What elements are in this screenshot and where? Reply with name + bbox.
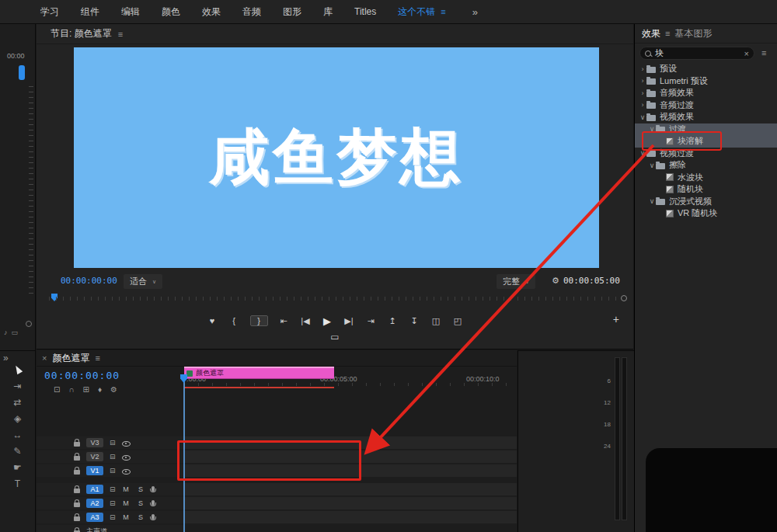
linked-selection-icon[interactable]: ⊞ (83, 385, 89, 394)
hand-tool[interactable]: ☛ (10, 461, 26, 473)
track-select-forward-tool[interactable]: ⇥ (10, 380, 26, 391)
timeline-clip-color-matte[interactable]: 颜色遮罩 (184, 367, 334, 379)
sync-lock-icon[interactable]: ⊟ (110, 513, 116, 521)
clear-search-icon[interactable]: × (744, 49, 749, 58)
program-monitor-scrubber[interactable] (49, 294, 621, 303)
tab-essential-graphics[interactable]: 基本图形 (674, 27, 712, 40)
track-lane-a3[interactable] (184, 511, 517, 523)
extract-button[interactable]: ↧ (409, 316, 420, 326)
drag-audio-icon[interactable]: ♪ (4, 329, 8, 336)
toggle-track-output-eye-icon[interactable] (122, 439, 131, 447)
track-badge-a3[interactable]: A3 (86, 513, 103, 522)
track-lane-v3[interactable] (184, 436, 517, 449)
go-to-out-button[interactable]: ⇥ (365, 316, 377, 326)
program-monitor-title[interactable]: 节目: 颜色遮罩 (51, 27, 112, 40)
drag-video-icon[interactable]: ▭ (12, 329, 19, 336)
workspace-menu-icon[interactable]: ≡ (441, 7, 445, 16)
button-editor-plus-icon[interactable]: + (613, 313, 619, 325)
track-badge-v1[interactable]: V1 (86, 466, 103, 475)
solo-button[interactable]: S (137, 485, 145, 493)
chevron-down-icon[interactable]: ∨ (648, 125, 656, 133)
panel-menu-icon[interactable]: ≡ (118, 30, 123, 39)
menu-item-learn[interactable]: 学习 (30, 5, 70, 19)
tab-effects[interactable]: 效果 (642, 27, 660, 40)
menu-item-audio[interactable]: 音频 (232, 5, 272, 19)
panel-menu-icon[interactable]: ≡ (95, 353, 99, 363)
tree-item-immersive-video-folder[interactable]: ∨ 沉浸式视频 (635, 196, 777, 208)
menu-item-color[interactable]: 颜色 (151, 5, 191, 19)
chevron-right-icon[interactable]: › (639, 101, 646, 109)
tree-item-wipe-folder[interactable]: ∨ 擦除 (635, 159, 777, 172)
track-lane-a1[interactable] (184, 483, 517, 495)
new-custom-bin-icon[interactable]: ≡ (761, 48, 766, 57)
panel-menu-icon[interactable]: ≡ (665, 29, 670, 38)
tree-item-video-transitions[interactable]: ∨ 视频过渡 (635, 148, 777, 160)
track-lock-icon[interactable] (74, 470, 80, 475)
mark-out-button[interactable]: } (250, 315, 268, 326)
sync-lock-icon[interactable]: ⊟ (110, 467, 116, 475)
mute-button[interactable]: M (122, 485, 131, 493)
menu-overflow-icon[interactable]: » (472, 6, 478, 18)
go-to-in-button[interactable]: ⇤ (278, 316, 290, 326)
track-lock-icon[interactable] (74, 456, 80, 461)
timeline-timecode[interactable]: 00:00:00:00 (44, 370, 120, 381)
step-back-button[interactable]: |◀ (300, 316, 312, 326)
playhead-timecode[interactable]: 00:00:00:00 (61, 276, 117, 286)
track-lane-a2[interactable] (184, 497, 517, 509)
chevron-right-icon[interactable]: › (639, 65, 646, 73)
mute-button[interactable]: M (122, 513, 131, 521)
track-lock-icon[interactable] (74, 502, 80, 507)
snap-icon[interactable]: ∩ (68, 385, 74, 394)
voice-over-record-mic-icon[interactable] (152, 500, 155, 506)
menu-item-titles[interactable]: Titles (343, 6, 387, 17)
sync-lock-icon[interactable]: ⊟ (110, 439, 116, 447)
toggle-track-output-eye-icon[interactable] (122, 453, 131, 461)
sync-lock-icon[interactable]: ⊟ (110, 499, 116, 507)
add-marker-icon[interactable]: ♦ (98, 385, 102, 394)
track-badge-a2[interactable]: A2 (86, 499, 103, 508)
menu-item-graphics[interactable]: 图形 (272, 5, 312, 19)
razor-tool[interactable]: ◈ (10, 412, 26, 424)
menu-item-libraries[interactable]: 库 (312, 5, 343, 19)
sync-lock-icon[interactable]: ⊟ (110, 453, 116, 461)
menu-item-custom-workspace[interactable]: 这个不错 ≡ (387, 5, 456, 19)
sync-lock-icon[interactable]: ⊟ (110, 485, 116, 493)
tree-item-audio-transitions[interactable]: › 音频过渡 (635, 99, 777, 112)
lift-button[interactable]: ↥ (387, 316, 399, 326)
menu-item-assembly[interactable]: 组件 (70, 5, 110, 19)
pen-tool[interactable]: ✎ (10, 445, 26, 457)
play-button[interactable]: ▶ (322, 315, 333, 327)
solo-button[interactable]: S (137, 499, 145, 507)
chevron-down-icon[interactable]: ∨ (639, 113, 646, 121)
selection-tool[interactable] (10, 363, 26, 375)
comparison-view-button[interactable]: ◰ (452, 316, 464, 326)
track-lock-icon[interactable] (74, 489, 80, 493)
playback-resolution-dropdown[interactable]: 完整 ∨ (497, 274, 535, 289)
tree-item-vr-random-block[interactable]: VR 随机块 (635, 207, 777, 220)
menu-item-editing[interactable]: 编辑 (110, 5, 151, 19)
effects-search-input[interactable]: 块 × (639, 47, 754, 60)
monitor-settings-button[interactable]: ▭ (330, 332, 339, 342)
track-lane-v1[interactable] (184, 464, 517, 477)
voice-over-record-mic-icon[interactable] (152, 486, 155, 492)
scrubber-end-knob[interactable] (621, 295, 627, 301)
nest-icon[interactable]: ⊡ (54, 385, 60, 394)
mark-in-button[interactable]: { (228, 316, 240, 325)
tree-item-video-effects[interactable]: ∨ 视频效果 (635, 111, 777, 123)
sequence-tab-title[interactable]: 颜色遮罩 (52, 352, 89, 365)
menu-item-effects[interactable]: 效果 (191, 5, 232, 19)
tree-item-presets[interactable]: › 预设 (635, 63, 777, 75)
toggle-track-output-eye-icon[interactable] (122, 467, 131, 475)
step-forward-button[interactable]: ▶| (343, 316, 355, 326)
vertical-scrollbar[interactable] (19, 65, 25, 80)
slip-tool[interactable]: ↔ (10, 429, 26, 440)
track-lane-v2[interactable] (184, 450, 517, 463)
ripple-edit-tool[interactable]: ⇄ (10, 396, 26, 408)
add-marker-button[interactable]: ♥ (207, 316, 218, 325)
track-lock-icon[interactable] (74, 516, 80, 521)
panel-expand-icon[interactable]: » (3, 353, 9, 363)
settings-wrench-icon[interactable]: ⚙ (552, 276, 559, 286)
chevron-down-icon[interactable]: ∨ (639, 149, 646, 157)
track-badge-v3[interactable]: V3 (86, 438, 103, 447)
solo-button[interactable]: S (137, 513, 145, 521)
